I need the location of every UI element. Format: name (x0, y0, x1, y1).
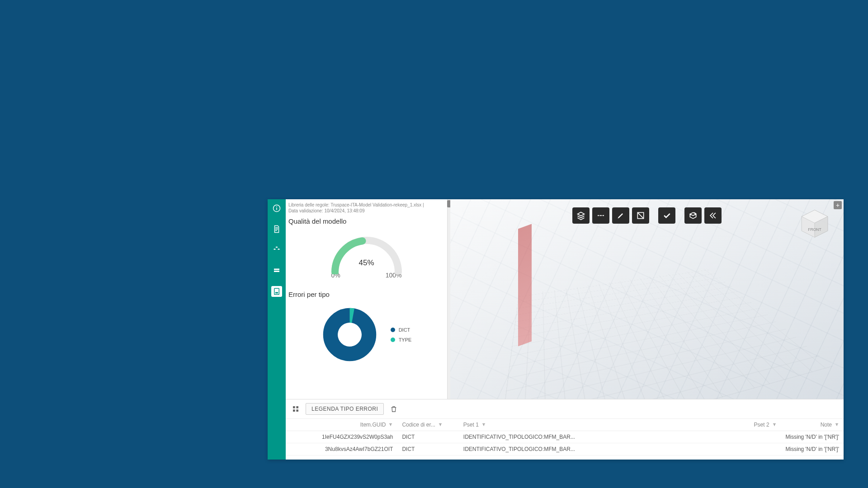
sidebar-info-icon[interactable] (271, 203, 282, 214)
cell-pset2 (676, 443, 781, 455)
svg-rect-29 (293, 406, 295, 408)
svg-rect-1 (276, 208, 277, 210)
table-row[interactable]: 3Nu8kvsAz4AwI7bGZ21OITDICTIDENTIFICATIVO… (286, 443, 844, 455)
cell-pset2 (676, 431, 781, 443)
errors-title: Errori per tipo (286, 289, 447, 302)
th-guid[interactable]: Item.GUID (286, 419, 397, 431)
tool-layers-icon[interactable] (572, 207, 590, 224)
legend-dot-dict (391, 328, 395, 332)
tool-isolate-icon[interactable] (684, 207, 702, 224)
th-note[interactable]: Note (781, 419, 844, 431)
svg-rect-32 (296, 409, 298, 412)
sidebar (268, 199, 286, 460)
svg-rect-30 (296, 406, 298, 408)
svg-rect-3 (274, 269, 279, 270)
tool-validate-icon[interactable] (658, 207, 675, 224)
sidebar-document-icon[interactable] (271, 224, 282, 235)
sidebar-layers-icon[interactable] (271, 265, 282, 276)
cell-code: DICT (397, 443, 458, 455)
expand-viewer-icon[interactable]: + (834, 201, 842, 209)
tool-measure-icon[interactable] (592, 207, 609, 224)
tool-reset-icon[interactable] (704, 207, 722, 224)
meta-line1: Libreria delle regole: Truspace-ITA-Mode… (288, 202, 424, 207)
navigation-cube[interactable]: FRONT (798, 207, 831, 240)
cell-pset1: IDENTIFICATIVO_TIPOLOGICO:MFM_BAR... (459, 443, 677, 455)
cell-note: Missing 'N/D' in '['NR']' (781, 431, 844, 443)
legend-type[interactable]: TYPE (391, 337, 412, 343)
app-window: Libreria delle regole: Truspace-ITA-Mode… (268, 199, 844, 460)
donut-legend: DICT TYPE (391, 327, 412, 343)
sidebar-cubes-icon[interactable] (271, 244, 282, 255)
meta-line2: Data validazione: 10/4/2024, 13:48:09 (288, 208, 364, 213)
svg-rect-2 (276, 206, 277, 207)
cell-note: Missing 'N/D' in '['NR']' (781, 443, 844, 455)
svg-rect-5 (274, 288, 279, 295)
delete-icon[interactable] (388, 404, 399, 414)
sidebar-report-icon[interactable] (271, 286, 282, 297)
errors-table-panel: LEGENDA TIPO ERRORI Item.GUID Codice di … (286, 399, 844, 460)
viewer-toolbar-top (572, 207, 722, 224)
th-pset2[interactable]: Pset 2 (676, 419, 781, 431)
tool-highlight-icon[interactable] (612, 207, 629, 224)
validation-meta: Libreria delle regole: Truspace-ITA-Mode… (286, 199, 447, 216)
quality-title: Qualità del modello (286, 216, 447, 229)
svg-rect-31 (293, 409, 295, 412)
legend-errors-button[interactable]: LEGENDA TIPO ERRORI (306, 403, 384, 415)
table-row[interactable]: 1IeFU4GZX239vS2W0pS3ahDICTIDENTIFICATIVO… (286, 431, 844, 443)
errors-donut: DICT TYPE (286, 302, 447, 367)
cell-guid: 1IeFU4GZX239vS2W0pS3ah (286, 431, 397, 443)
quality-gauge: 45% 0% 100% (286, 229, 447, 289)
cell-code: DICT (397, 431, 458, 443)
cell-guid: 3Nu8kvsAz4AwI7bGZ21OIT (286, 443, 397, 455)
svg-rect-4 (274, 271, 279, 272)
svg-point-9 (338, 323, 362, 347)
gauge-percent: 45% (359, 258, 374, 267)
svg-rect-6 (275, 292, 278, 294)
th-code[interactable]: Codice di er... (397, 419, 458, 431)
th-pset1[interactable]: Pset 1 (459, 419, 677, 431)
cell-pset1: IDENTIFICATIVO_TIPOLOGICO:MFM_BAR... (459, 431, 677, 443)
grid-view-icon[interactable] (290, 404, 301, 414)
errors-table: Item.GUID Codice di er... Pset 1 Pset 2 … (286, 419, 844, 455)
navcube-face-label: FRONT (808, 227, 821, 232)
tool-section-icon[interactable] (632, 207, 649, 224)
legend-dict[interactable]: DICT (391, 327, 412, 333)
legend-dot-type (391, 338, 395, 342)
viewer-geometry-accent (518, 224, 532, 347)
table-toolbar: LEGENDA TIPO ERRORI (286, 399, 844, 419)
